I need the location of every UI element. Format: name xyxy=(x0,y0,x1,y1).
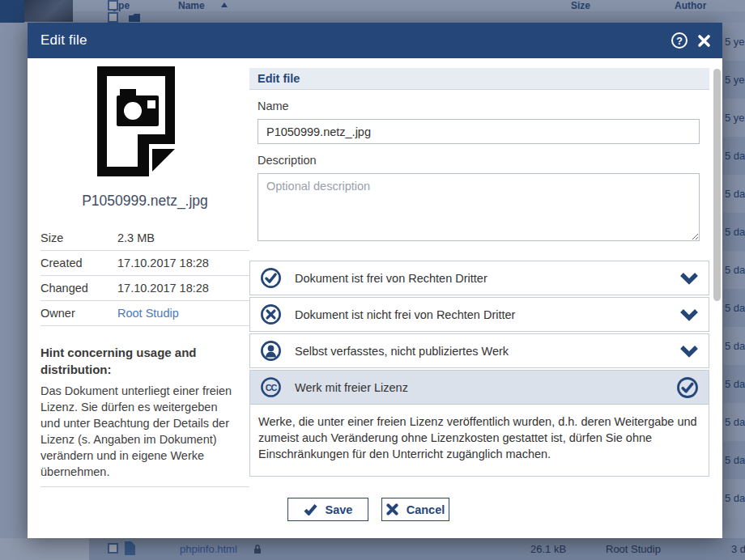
dialog-body: P1050999.netz_.jpg Size 2.3 MB Created 1… xyxy=(28,58,722,538)
meta-value: 2.3 MB xyxy=(117,231,249,244)
file-info-panel: P1050999.netz_.jpg Size 2.3 MB Created 1… xyxy=(40,65,249,487)
svg-text:CC: CC xyxy=(266,383,278,392)
form-section-header: Edit file xyxy=(249,68,709,90)
description-textarea[interactable] xyxy=(258,173,700,241)
file-name: P1050999.netz_.jpg xyxy=(40,193,249,210)
meta-label: Created xyxy=(40,257,117,269)
check-circle-icon xyxy=(260,267,282,289)
person-circle-icon xyxy=(260,340,282,362)
edit-form-panel: Edit file Name Description xyxy=(249,68,709,477)
dialog-footer: Save Cancel xyxy=(28,498,709,521)
chevron-down-icon xyxy=(679,272,699,285)
meta-row-size: Size 2.3 MB xyxy=(40,226,249,251)
meta-row-created: Created 17.10.2017 18:28 xyxy=(40,251,249,276)
form-fields: Name Description xyxy=(249,100,709,241)
save-button[interactable]: Save xyxy=(287,498,368,521)
image-file-icon xyxy=(96,65,177,178)
screen: Type Name Size Author 5 yea 5 yea 5 yea … xyxy=(0,0,745,560)
cancel-button-label: Cancel xyxy=(407,503,445,516)
meta-row-owner: Owner Root Studip xyxy=(40,301,249,326)
close-icon xyxy=(697,34,711,48)
license-option-description: Werke, die unter einer freien Lizenz ver… xyxy=(249,405,709,477)
check-icon xyxy=(304,503,317,515)
license-accordion: Dokument ist frei von Rechten Dritter xyxy=(249,261,709,477)
chevron-down-icon xyxy=(679,345,699,358)
meta-value: 17.10.2017 18:28 xyxy=(117,282,249,295)
cancel-button[interactable]: Cancel xyxy=(381,498,449,521)
license-option-free-of-third-party-rights[interactable]: Dokument ist frei von Rechten Dritter xyxy=(249,261,709,295)
dialog-title: Edit file xyxy=(40,32,662,49)
close-button[interactable] xyxy=(697,34,711,48)
hint-body: Das Dokument unterliegt einer freien Liz… xyxy=(40,383,240,480)
license-option-free-license[interactable]: CC Werk mit freier Lizenz xyxy=(249,370,709,405)
dialog-scrollbar-thumb[interactable] xyxy=(713,69,721,301)
license-option-not-free-of-third-party-rights[interactable]: Dokument ist nicht frei von Rechten Drit… xyxy=(249,297,709,332)
selected-check-circle-icon xyxy=(676,376,699,399)
x-icon xyxy=(386,503,398,515)
hint-heading: Hint concerning usage and distribution: xyxy=(40,344,235,378)
name-input[interactable] xyxy=(258,119,700,144)
license-option-label: Dokument ist nicht frei von Rechten Drit… xyxy=(295,308,679,321)
save-button-label: Save xyxy=(326,503,353,516)
license-option-label: Werk mit freier Lizenz xyxy=(295,381,676,394)
file-meta-table: Size 2.3 MB Created 17.10.2017 18:28 Cha… xyxy=(40,226,249,326)
edit-file-dialog: Edit file ? xyxy=(28,23,722,538)
license-option-label: Dokument ist frei von Rechten Dritter xyxy=(295,272,679,285)
meta-value: 17.10.2017 18:28 xyxy=(117,257,249,269)
license-option-label: Selbst verfasstes, nicht publiziertes We… xyxy=(295,345,679,358)
name-label: Name xyxy=(258,100,700,112)
creative-commons-icon: CC xyxy=(260,376,282,398)
meta-row-changed: Changed 17.10.2017 18:28 xyxy=(40,276,249,301)
description-label: Description xyxy=(258,154,700,167)
svg-text:?: ? xyxy=(676,36,683,47)
dialog-titlebar: Edit file ? xyxy=(28,23,722,58)
meta-label: Owner xyxy=(40,307,117,320)
meta-label: Changed xyxy=(40,282,117,295)
chevron-down-icon xyxy=(679,308,699,321)
cross-circle-icon xyxy=(260,303,282,325)
help-button[interactable]: ? xyxy=(670,32,688,49)
owner-link[interactable]: Root Studip xyxy=(117,307,249,320)
license-option-self-authored-unpublished[interactable]: Selbst verfasstes, nicht publiziertes We… xyxy=(249,333,709,368)
meta-label: Size xyxy=(40,231,117,244)
question-circle-icon: ? xyxy=(670,32,688,49)
